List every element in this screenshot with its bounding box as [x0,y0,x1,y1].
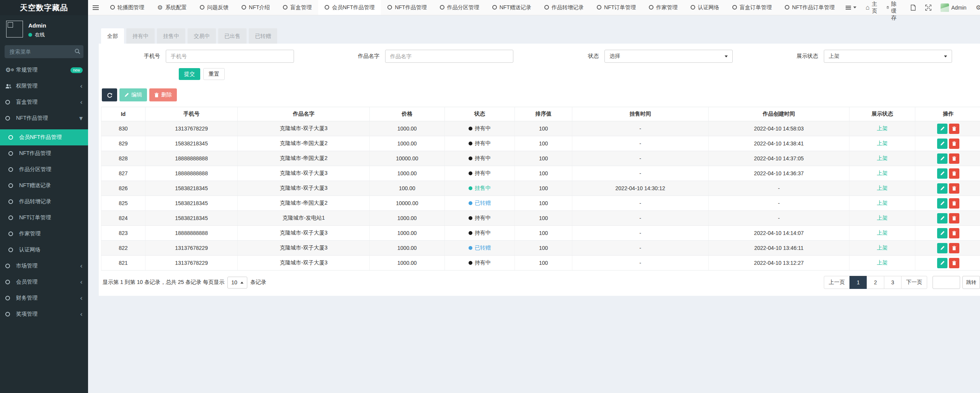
row-delete-button[interactable] [949,243,959,253]
home-button[interactable]: ⌂ 主页 [861,0,882,15]
nav-tab-作家管理[interactable]: 作家管理 [642,0,684,15]
filter-tab-挂售中[interactable]: 挂售中 [157,28,185,44]
display-status-link[interactable]: 上架 [877,215,888,221]
row-delete-button[interactable] [949,124,959,134]
nav-tab-label: NFT作品管理 [395,4,426,11]
nav-tab-会员NFT作品管理[interactable]: 会员NFT作品管理 [318,0,381,15]
settings-button[interactable]: ⚙⚙ [971,0,980,15]
page-refresh-button[interactable] [906,0,921,15]
row-edit-button[interactable] [937,258,947,268]
row-delete-button[interactable] [949,168,959,179]
sidebar-item-会员管理[interactable]: 会员管理‹ [0,274,88,290]
page-button-3[interactable]: 3 [884,276,902,289]
filter-tab-已转赠[interactable]: 已转赠 [249,28,277,44]
edit-button[interactable]: 编辑 [119,88,147,101]
sidebar-subitem-NFT赠送记录[interactable]: NFT赠送记录 [0,178,88,194]
page-button-2[interactable]: 2 [867,276,884,289]
nav-tab-NFT作品订单管理[interactable]: NFT作品订单管理 [778,0,841,15]
hamburger-icon[interactable] [88,0,104,15]
table-row: 82718888888888克隆城市-双子大厦31000.00持有中100-20… [101,166,980,181]
display-status-link[interactable]: 上架 [877,200,888,206]
sidebar-item-权限管理[interactable]: 权限管理‹ [0,78,88,94]
sidebar-search-input[interactable] [5,45,83,58]
nav-tab-NFT介绍[interactable]: NFT介绍 [235,0,276,15]
display-status-link[interactable]: 上架 [877,245,888,251]
sidebar-item-常规管理[interactable]: ⚙⚙常规管理new [0,62,88,78]
row-edit-button[interactable] [937,183,947,194]
nav-tab-认证网络[interactable]: 认证网络 [684,0,726,15]
row-edit-button[interactable] [937,228,947,238]
per-page-select[interactable]: 10 [227,277,247,289]
cell-id: 830 [101,121,145,136]
sidebar-item-奖项管理[interactable]: 奖项管理‹ [0,306,88,322]
display-status-link[interactable]: 上架 [877,140,888,146]
sidebar-subitem-作品转增记录[interactable]: 作品转增记录 [0,194,88,210]
pencil-icon [124,93,129,97]
next-page-button[interactable]: 下一页 [901,276,927,289]
filter-tab-全部[interactable]: 全部 [101,28,124,44]
row-delete-button[interactable] [949,153,959,164]
nav-tab-NFT订单管理[interactable]: NFT订单管理 [590,0,642,15]
jump-button[interactable]: 跳转 [962,276,980,289]
display-status-link[interactable]: 上架 [877,155,888,161]
nav-tab-问题反馈[interactable]: 问题反馈 [193,0,235,15]
nav-tab-NFT赠送记录[interactable]: NFT赠送记录 [486,0,538,15]
artwork-name-input[interactable] [385,50,513,63]
nav-tab-轮播图管理[interactable]: 轮播图管理 [104,0,151,15]
row-delete-button[interactable] [949,183,959,194]
sidebar-subitem-作家管理[interactable]: 作家管理 [0,226,88,242]
sidebar-item-NFT作品管理[interactable]: NFT作品管理▾ [0,110,88,126]
page-button-1[interactable]: 1 [849,276,867,289]
nav-tab-盲盒订单管理[interactable]: 盲盒订单管理 [726,0,778,15]
tab-list-dropdown[interactable] [841,0,861,15]
row-delete-button[interactable] [949,258,959,268]
row-edit-button[interactable] [937,198,947,209]
sidebar-item-盲盒管理[interactable]: 盲盒管理‹ [0,94,88,110]
delete-button[interactable]: 删除 [149,88,177,101]
status-select[interactable]: 选择 [604,50,733,63]
jump-page-input[interactable] [933,276,960,289]
row-delete-button[interactable] [949,213,959,223]
user-menu[interactable]: Admin [936,0,971,15]
row-delete-button[interactable] [949,139,959,149]
refresh-button[interactable] [102,88,117,101]
phone-input[interactable] [166,50,294,63]
row-edit-button[interactable] [937,213,947,223]
display-status-link[interactable]: 上架 [877,230,888,236]
nav-tab-盲盒管理[interactable]: 盲盒管理 [276,0,318,15]
display-status-link[interactable]: 上架 [877,125,888,131]
filter-tab-交易中[interactable]: 交易中 [188,28,216,44]
row-delete-button[interactable] [949,198,959,209]
fullscreen-button[interactable] [921,0,936,15]
sidebar-subitem-NFT作品管理[interactable]: NFT作品管理 [0,145,88,161]
display-status-link[interactable]: 上架 [877,259,888,266]
nav-tab-NFT作品管理[interactable]: NFT作品管理 [381,0,433,15]
nav-tab-系统配置[interactable]: ⚙系统配置 [151,0,193,15]
filter-tab-已出售[interactable]: 已出售 [218,28,247,44]
row-edit-button[interactable] [937,124,947,134]
row-edit-button[interactable] [937,139,947,149]
sidebar-subitem-认证网络[interactable]: 认证网络 [0,242,88,258]
display-status-link[interactable]: 上架 [877,185,888,191]
reset-button[interactable]: 重置 [203,68,225,80]
row-edit-button[interactable] [937,168,947,179]
cell-price: 10000.00 [370,196,444,211]
sidebar-item-财务管理[interactable]: 财务管理‹ [0,290,88,306]
nav-tab-作品分区管理[interactable]: 作品分区管理 [433,0,486,15]
display-status-link[interactable]: 上架 [877,170,888,176]
sidebar-subitem-会员NFT作品管理[interactable]: 会员NFT作品管理 [0,129,88,145]
row-edit-button[interactable] [937,243,947,253]
sidebar-item-市场管理[interactable]: 市场管理‹ [0,258,88,274]
clear-cache-button[interactable]: 清除缓存 [882,0,906,15]
row-edit-button[interactable] [937,153,947,164]
sidebar-subitem-NFT订单管理[interactable]: NFT订单管理 [0,210,88,226]
display-status-select[interactable]: 上架 [824,50,952,63]
search-icon[interactable] [74,48,80,55]
nav-tab-作品转增记录[interactable]: 作品转增记录 [538,0,590,15]
row-delete-button[interactable] [949,228,959,238]
submit-button[interactable]: 提交 [179,68,200,80]
column-header-排序值: 排序值 [515,107,572,121]
sidebar-subitem-作品分区管理[interactable]: 作品分区管理 [0,161,88,178]
prev-page-button[interactable]: 上一页 [824,276,850,289]
filter-tab-持有中[interactable]: 持有中 [126,28,155,44]
